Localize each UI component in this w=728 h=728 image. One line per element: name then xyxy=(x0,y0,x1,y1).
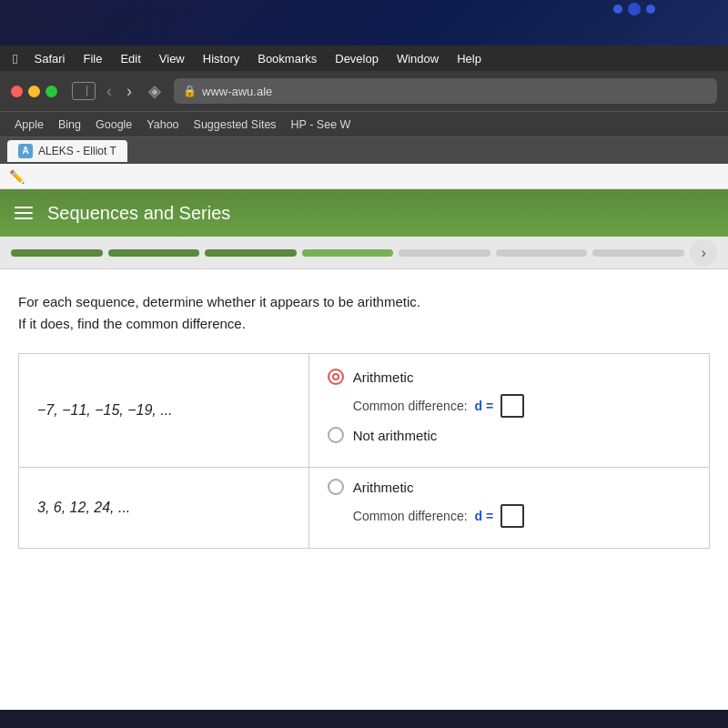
top-background xyxy=(0,0,728,46)
tab-label: ALEKS - Elliot T xyxy=(38,145,116,157)
minimize-button[interactable] xyxy=(28,86,40,97)
bookmark-bing[interactable]: Bing xyxy=(58,118,81,131)
diff-label-2: Common difference: xyxy=(353,509,468,523)
ham-line-3 xyxy=(15,217,33,219)
sequence-2-text: 3, 6, 12, 24, ... xyxy=(37,500,130,515)
decorative-dots xyxy=(613,5,655,17)
main-content: For each sequence, determine whether it … xyxy=(0,269,728,571)
bookmark-apple[interactable]: Apple xyxy=(15,118,44,131)
menu-bookmarks[interactable]: Bookmarks xyxy=(250,50,324,67)
bookmark-google[interactable]: Google xyxy=(96,118,132,131)
sequence-1: −7, −11, −15, −19, ... xyxy=(19,354,309,468)
menu-help[interactable]: Help xyxy=(450,50,489,67)
step-1 xyxy=(11,249,103,257)
forward-button[interactable]: › xyxy=(123,83,136,99)
diff-eq-1: d = xyxy=(475,399,494,413)
common-diff-row-1: Common difference: d = xyxy=(353,394,691,418)
bookmark-suggested[interactable]: Suggested Sites xyxy=(194,118,277,131)
common-diff-row-2: Common difference: d = xyxy=(353,504,691,528)
dot2 xyxy=(628,3,641,15)
sidebar-icon xyxy=(80,86,87,96)
bookmarks-bar: Apple Bing Google Yahoo Suggested Sites … xyxy=(0,111,728,136)
question-line1: For each sequence, determine whether it … xyxy=(18,294,420,309)
dot1 xyxy=(613,5,622,14)
step-6 xyxy=(496,249,588,257)
next-button[interactable]: › xyxy=(690,239,717,267)
bookmark-hp[interactable]: HP - See W xyxy=(291,118,351,131)
shield-icon: ◈ xyxy=(148,81,161,101)
toolbar: ‹ › ◈ 🔒 www-awu.ale xyxy=(0,71,728,111)
question-text: For each sequence, determine whether it … xyxy=(18,291,710,335)
web-content: ✏️ Sequences and Series › For each seque… xyxy=(0,164,728,710)
step-7 xyxy=(592,249,684,257)
edit-pencil-icon[interactable]: ✏️ xyxy=(9,169,25,184)
menu-safari[interactable]: Safari xyxy=(26,50,72,67)
step-2 xyxy=(108,249,200,257)
step-4 xyxy=(302,249,394,257)
diff-eq-2: d = xyxy=(475,509,494,523)
arithmetic-label-2: Arithmetic xyxy=(353,480,414,495)
dot3 xyxy=(646,5,655,14)
menu-view[interactable]: View xyxy=(152,50,192,67)
apple-menu[interactable]:  xyxy=(7,49,23,68)
active-tab[interactable]: A ALEKS - Elliot T xyxy=(7,140,127,162)
menu-file[interactable]: File xyxy=(76,50,109,67)
tab-bar: A ALEKS - Elliot T xyxy=(0,136,728,164)
sidebar-toggle[interactable] xyxy=(72,82,96,100)
menu-bar:  Safari File Edit View History Bookmark… xyxy=(0,46,728,71)
hamburger-menu[interactable] xyxy=(15,207,33,219)
edit-bar: ✏️ xyxy=(0,164,728,189)
url-bar[interactable]: 🔒 www-awu.ale xyxy=(174,78,717,104)
bookmark-yahoo[interactable]: Yahoo xyxy=(147,118,178,131)
question-line2: If it does, find the common difference. xyxy=(18,316,246,331)
radio-arithmetic-1[interactable] xyxy=(328,369,344,385)
progress-bar: › xyxy=(0,237,728,269)
not-arithmetic-option-1[interactable]: Not arithmetic xyxy=(328,427,691,443)
url-text: www-awu.ale xyxy=(202,85,272,98)
lock-icon: 🔒 xyxy=(183,85,197,97)
table-row-1: −7, −11, −15, −19, ... Arithmetic Common… xyxy=(19,354,710,468)
step-3 xyxy=(205,249,297,257)
menu-develop[interactable]: Develop xyxy=(328,50,386,67)
tab-badge: A xyxy=(18,144,33,158)
maximize-button[interactable] xyxy=(46,86,57,97)
sequence-2: 3, 6, 12, 24, ... xyxy=(19,468,309,549)
back-button[interactable]: ‹ xyxy=(103,83,116,99)
menu-window[interactable]: Window xyxy=(389,50,446,67)
options-1: Arithmetic Common difference: d = Not ar… xyxy=(308,354,709,468)
not-arithmetic-label-1: Not arithmetic xyxy=(353,428,438,443)
menu-history[interactable]: History xyxy=(196,50,247,67)
diff-label-1: Common difference: xyxy=(353,399,468,413)
close-button[interactable] xyxy=(11,86,23,97)
radio-not-arithmetic-1[interactable] xyxy=(328,427,344,443)
menu-edit[interactable]: Edit xyxy=(113,50,147,67)
arithmetic-option-1[interactable]: Arithmetic xyxy=(328,369,691,385)
arithmetic-option-2[interactable]: Arithmetic xyxy=(328,479,691,495)
ham-line-1 xyxy=(15,207,33,208)
diff-input-1[interactable] xyxy=(500,394,524,418)
options-2: Arithmetic Common difference: d = xyxy=(308,468,709,549)
page-header: Sequences and Series xyxy=(0,189,728,237)
arithmetic-label-1: Arithmetic xyxy=(353,369,414,385)
page-title: Sequences and Series xyxy=(47,203,230,224)
answer-table: −7, −11, −15, −19, ... Arithmetic Common… xyxy=(18,353,710,549)
radio-arithmetic-2[interactable] xyxy=(328,479,344,495)
traffic-lights xyxy=(11,86,57,97)
table-row-2: 3, 6, 12, 24, ... Arithmetic Common diff… xyxy=(19,468,710,549)
step-5 xyxy=(399,249,490,257)
ham-line-2 xyxy=(15,212,33,214)
diff-input-2[interactable] xyxy=(500,504,524,528)
